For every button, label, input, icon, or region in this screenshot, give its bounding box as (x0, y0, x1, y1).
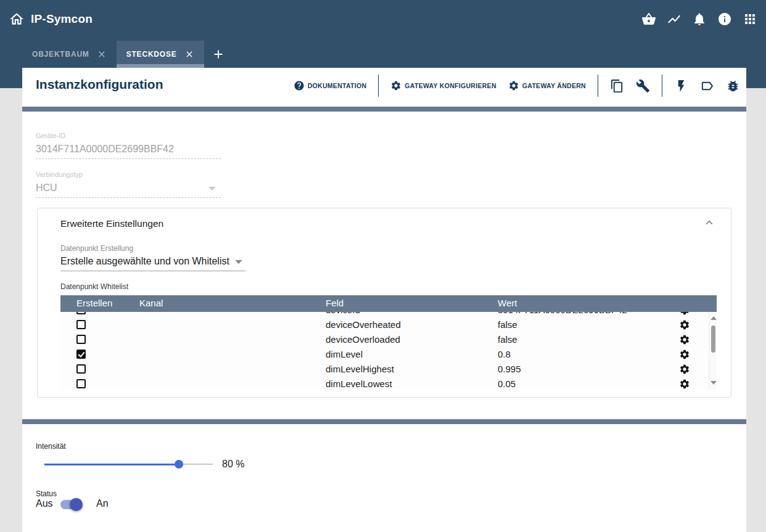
bug-icon[interactable] (726, 79, 740, 93)
plus-icon (212, 47, 225, 61)
gear-icon[interactable] (679, 349, 690, 360)
content-pane: Instanzkonfiguration DOKUMENTATION GATEW… (22, 68, 746, 532)
tab-steckdose-label: STECKDOSE (126, 50, 177, 59)
scroll-up-icon[interactable] (710, 316, 717, 320)
status-off-label: Aus (36, 498, 53, 509)
intensity-value: 80 % (222, 459, 244, 470)
intensity-slider[interactable] (44, 460, 213, 469)
cell-wert: 0.995 (498, 362, 521, 377)
slider-thumb[interactable] (175, 460, 183, 469)
topbar: IP-Symcon (0, 0, 766, 41)
connection-type-select: Verbindungstyp HCU (36, 171, 221, 198)
row-checkbox[interactable] (76, 335, 86, 344)
datapoint-creation-value: Erstelle ausgewählte und von Whitelist (60, 256, 245, 267)
table-row[interactable]: dimLevelLowest0.05 (60, 377, 717, 389)
gear-icon[interactable] (679, 364, 690, 375)
connection-type-label: Verbindungstyp (36, 171, 221, 178)
cell-wert: 3014F711A0000DE2699BBF42 (498, 312, 627, 317)
cell-wert: false (498, 317, 517, 332)
cell-feld: deviceOverloaded (326, 332, 400, 347)
column-header-kanal: Kanal (139, 298, 163, 308)
whitelist-table-header: Erstellen Kanal Feld Wert (60, 295, 717, 312)
info-icon[interactable] (717, 12, 732, 27)
cell-wert: false (498, 332, 517, 347)
table-row[interactable]: dimLevel0.8 (60, 347, 717, 362)
notifications-icon[interactable] (692, 12, 707, 27)
section-divider (22, 107, 746, 112)
add-tab-button[interactable] (204, 41, 233, 68)
tag-icon[interactable] (700, 79, 714, 93)
store-icon[interactable] (641, 12, 656, 27)
chevron-down-icon (208, 187, 216, 190)
device-id-label: Geräte-ID (36, 132, 221, 139)
apps-icon[interactable] (743, 12, 757, 27)
status-on-label: An (96, 498, 109, 509)
row-checkbox[interactable] (76, 364, 86, 374)
gear-icon (508, 80, 519, 91)
table-row[interactable]: dimLevelHighest0.995 (60, 362, 717, 377)
tab-bar: OBJEKTBAUM STECKDOSE (22, 41, 233, 68)
tab-objektbaum-label: OBJEKTBAUM (32, 50, 89, 59)
chevron-up-icon[interactable] (702, 216, 716, 229)
brand[interactable]: IP-Symcon (9, 11, 93, 27)
chevron-down-icon (235, 260, 242, 264)
intensity-label: Intensität (36, 442, 66, 451)
row-checkbox[interactable] (76, 320, 86, 329)
gateway-configure-button[interactable]: GATEWAY KONFIGURIEREN (390, 80, 496, 91)
slider-fill (44, 464, 179, 465)
gear-icon[interactable] (679, 379, 690, 389)
documentation-button[interactable]: DOKUMENTATION (294, 80, 367, 91)
table-scrollbar[interactable] (709, 312, 717, 389)
gateway-change-label: GATEWAY ÄNDERN (522, 82, 586, 89)
wrench-icon[interactable] (636, 79, 650, 93)
table-row[interactable]: deviceId3014F711A0000DE2699BBF42 (60, 312, 717, 317)
gear-icon[interactable] (679, 319, 690, 330)
connection-type-value: HCU (36, 182, 221, 194)
table-row[interactable]: deviceOverloadedfalse (60, 332, 717, 347)
row-checkbox[interactable] (76, 379, 86, 388)
gear-icon[interactable] (679, 312, 690, 316)
column-header-feld: Feld (326, 298, 344, 308)
app-title: IP-Symcon (31, 12, 93, 26)
status-label: Status (36, 489, 57, 498)
row-checkbox[interactable] (76, 312, 86, 314)
whitelist-label: Datenpunkt Whitelist (60, 282, 128, 291)
scrollbar-thumb[interactable] (711, 325, 715, 353)
cell-feld: dimLevel (326, 347, 363, 362)
ip-symcon-app: IP-Symcon OBJEKTBAUM STECKDOSE Instanzko… (0, 0, 766, 532)
datapoint-creation-select[interactable]: Datenpunkt Erstellung Erstelle ausgewähl… (60, 244, 245, 271)
flash-icon[interactable] (674, 79, 688, 93)
toolbar-actions: DOKUMENTATION GATEWAY KONFIGURIEREN GATE… (294, 68, 740, 104)
cell-feld: dimLevelHighest (326, 362, 394, 377)
field-underline (36, 197, 221, 198)
cell-wert: 0.05 (498, 377, 516, 389)
help-icon (294, 80, 305, 91)
table-row[interactable]: deviceOverheatedfalse (60, 317, 717, 332)
field-underline (36, 158, 221, 159)
gear-icon (390, 80, 402, 91)
toolbar-separator (378, 75, 379, 97)
device-id-value: 3014F711A0000DE2699BBF42 (36, 144, 221, 155)
status-toggle[interactable] (59, 500, 83, 509)
scroll-down-icon[interactable] (710, 381, 717, 385)
cell-wert: 0.8 (498, 347, 511, 362)
home-icon[interactable] (9, 11, 25, 27)
whitelist-table: Erstellen Kanal Feld Wert deviceId3014F7… (60, 295, 717, 389)
section-divider (22, 419, 746, 424)
row-checkbox[interactable] (76, 350, 86, 359)
close-icon[interactable] (184, 49, 194, 59)
copy-icon[interactable] (610, 79, 624, 93)
tab-objektbaum[interactable]: OBJEKTBAUM (22, 41, 117, 68)
toolbar-separator (598, 75, 598, 97)
gateway-change-button[interactable]: GATEWAY ÄNDERN (508, 80, 586, 91)
gear-icon[interactable] (679, 334, 690, 345)
column-header-erstellen: Erstellen (76, 298, 112, 308)
close-icon[interactable] (97, 49, 107, 59)
toggle-thumb[interactable] (70, 498, 83, 511)
tab-steckdose[interactable]: STECKDOSE (117, 41, 204, 68)
column-header-wert: Wert (498, 298, 517, 308)
chart-icon[interactable] (667, 12, 682, 27)
advanced-settings-panel: Erweiterte Einstellungen Datenpunkt Erst… (37, 208, 731, 398)
whitelist-rows: deviceId3014F711A0000DE2699BBF42deviceOv… (60, 312, 717, 389)
cell-feld: deviceId (326, 312, 360, 317)
